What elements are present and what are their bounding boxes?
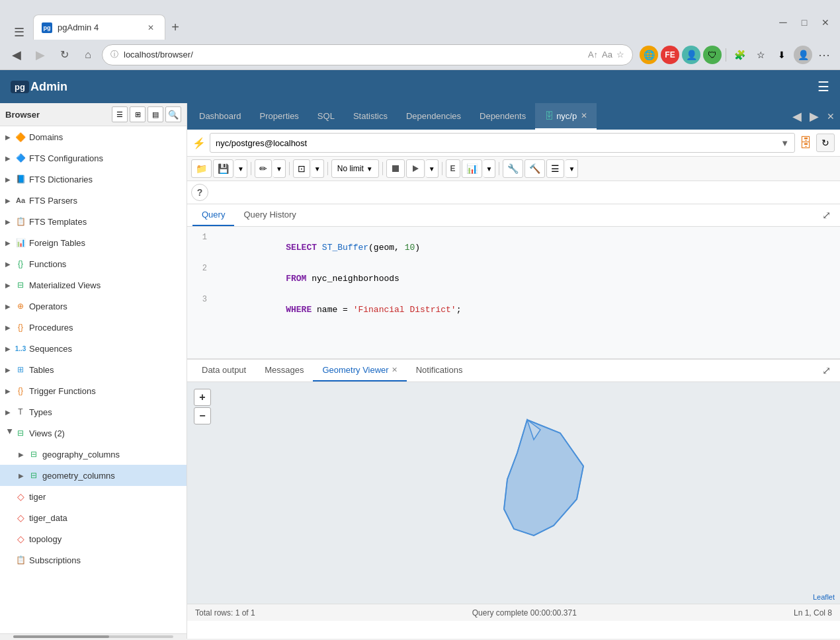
ext-icon-1[interactable]: 🌐 xyxy=(640,46,658,64)
leaflet-attribution[interactable]: Leaflet xyxy=(813,593,835,601)
result-area: Data output Messages Geometry Viewer ✕ N… xyxy=(187,359,840,604)
stop-btn[interactable] xyxy=(386,159,405,178)
tab-data-output[interactable]: Data output xyxy=(192,360,255,381)
favorites-btn[interactable]: ☆ xyxy=(751,46,770,64)
sidebar-item-topology[interactable]: ▶ ◇ topology xyxy=(0,528,187,549)
tab-notifications[interactable]: Notifications xyxy=(407,360,472,381)
ext-icon-5[interactable]: 🧩 xyxy=(730,46,749,64)
save-btn[interactable]: 💾 xyxy=(213,159,233,178)
forward-btn[interactable]: ▶ xyxy=(30,45,50,65)
back-btn[interactable]: ◀ xyxy=(7,45,26,65)
pgadmin-menu-btn[interactable]: ☰ xyxy=(818,79,829,95)
tab-sql[interactable]: SQL xyxy=(308,103,344,130)
tab-query-tool[interactable]: 🗄 nyc/p ✕ xyxy=(535,103,597,130)
sidebar-search-btn[interactable]: 🔍 xyxy=(165,106,181,122)
refresh-connection-btn[interactable]: ↻ xyxy=(816,134,835,152)
tab-more-btn[interactable]: ✕ xyxy=(824,111,837,122)
macros-btn[interactable]: 🔧 xyxy=(503,159,523,178)
browser-tab[interactable]: pg pgAdmin 4 ✕ xyxy=(33,15,165,40)
sidebar-item-fts-config[interactable]: ▶ 🔷 FTS Configurations xyxy=(0,147,187,169)
tab-statistics[interactable]: Statistics xyxy=(344,103,397,130)
tab-query-history[interactable]: Query History xyxy=(234,204,305,226)
sidebar-item-domains[interactable]: ▶ 🔶 Domains xyxy=(0,126,187,147)
format-dropdown-btn[interactable]: ▼ xyxy=(566,159,578,178)
sidebar-item-foreign-tables[interactable]: ▶ 📊 Foreign Tables xyxy=(0,232,187,253)
sidebar-item-types[interactable]: ▶ T Types xyxy=(0,401,187,422)
query-expand-btn[interactable]: ⤢ xyxy=(818,205,835,225)
result-expand-btn[interactable]: ⤢ xyxy=(818,360,835,381)
tab-properties[interactable]: Properties xyxy=(251,103,308,130)
ext-icon-4[interactable]: 🛡 xyxy=(703,46,722,64)
sidebar-item-fts-templates[interactable]: ▶ 📋 FTS Templates xyxy=(0,211,187,232)
sidebar-item-geometry-columns[interactable]: ▶ ⊟ geometry_columns xyxy=(0,465,187,486)
more-btn[interactable]: ⋯ xyxy=(815,46,833,64)
tab-dependencies[interactable]: Dependencies xyxy=(397,103,470,130)
explain-btn[interactable]: E xyxy=(446,159,460,178)
analyze-btn[interactable]: 📊 xyxy=(462,159,482,178)
connection-icon: ⚡ xyxy=(192,137,206,149)
sidebar-item-trigger-functions[interactable]: ▶ {} Trigger Functions xyxy=(0,380,187,401)
new-tab-btn[interactable]: + xyxy=(165,17,185,37)
procedures-label: Procedures xyxy=(29,323,73,333)
sidebar-item-tiger-data[interactable]: ▶ ◇ tiger_data xyxy=(0,507,187,528)
sidebar-list-view-btn[interactable]: ☰ xyxy=(112,106,128,122)
edit-dropdown-btn[interactable]: ▼ xyxy=(273,159,286,178)
sidebar-item-operators[interactable]: ▶ ⊕ Operators xyxy=(0,296,187,317)
sidebar-item-fts-dict[interactable]: ▶ 📘 FTS Dictionaries xyxy=(0,169,187,190)
help-btn[interactable]: ? xyxy=(191,184,208,201)
connection-select[interactable]: nyc/postgres@localhost ▼ xyxy=(210,133,795,153)
filter-btn[interactable]: ⊡ xyxy=(293,159,310,178)
close-window-btn[interactable]: ✕ xyxy=(816,13,835,32)
open-file-btn[interactable]: 📁 xyxy=(191,159,212,178)
profile-btn[interactable]: 👤 xyxy=(794,46,812,64)
sidebar-item-views[interactable]: ▶ ⊟ Views (2) xyxy=(0,422,187,444)
query-tool-close-btn[interactable]: ✕ xyxy=(581,111,587,120)
macros2-btn[interactable]: 🔨 xyxy=(525,159,545,178)
expand-arrow: ▶ xyxy=(5,345,15,352)
sidebar-item-tiger[interactable]: ▶ ◇ tiger xyxy=(0,486,187,507)
sidebar-item-fts-parsers[interactable]: ▶ Aa FTS Parsers xyxy=(0,190,187,211)
reload-btn[interactable]: ↻ xyxy=(54,45,74,65)
tab-messages[interactable]: Messages xyxy=(255,360,313,381)
tab-next-btn[interactable]: ▶ xyxy=(807,109,821,124)
tab-geometry-viewer[interactable]: Geometry Viewer ✕ xyxy=(313,360,406,381)
sidebar-item-functions[interactable]: ▶ {} Functions xyxy=(0,253,187,274)
ext-icon-3[interactable]: 👤 xyxy=(682,46,700,64)
edit-btn[interactable]: ✏ xyxy=(255,159,272,178)
sidebar-item-procedures[interactable]: ▶ {} Procedures xyxy=(0,317,187,338)
format-btn[interactable]: ☰ xyxy=(546,159,564,178)
tab-close-btn[interactable]: ✕ xyxy=(145,22,157,34)
tab-dashboard[interactable]: Dashboard xyxy=(190,103,251,130)
geometry-shape xyxy=(474,413,607,559)
maximize-btn[interactable]: □ xyxy=(795,13,814,32)
ext-icon-2[interactable]: FE xyxy=(661,46,679,64)
tab-dependents[interactable]: Dependents xyxy=(470,103,535,130)
tab-prev-btn[interactable]: ◀ xyxy=(790,109,804,124)
play-btn[interactable] xyxy=(406,159,425,178)
zoom-in-btn[interactable]: + xyxy=(194,389,211,406)
geometry-viewer-close[interactable]: ✕ xyxy=(392,366,398,374)
home-btn[interactable]: ⌂ xyxy=(78,45,98,65)
filter-dropdown-btn[interactable]: ▼ xyxy=(312,159,324,178)
code-editor[interactable]: 1 SELECT ST_Buffer(geom, 10) 2 FROM nyc_… xyxy=(187,227,840,359)
sidebar-item-matviews[interactable]: ▶ ⊟ Materialized Views xyxy=(0,274,187,296)
sidebar-grid-view-btn[interactable]: ⊞ xyxy=(130,106,146,122)
total-rows: Total rows: 1 of 1 xyxy=(195,608,255,618)
sidebar-item-sequences[interactable]: ▶ 1..3 Sequences xyxy=(0,338,187,359)
save-dropdown-btn[interactable]: ▼ xyxy=(235,159,247,178)
db-icon: 🗄 xyxy=(799,136,812,151)
sidebar-table-view-btn[interactable]: ▤ xyxy=(147,106,163,122)
sidebar-item-tables[interactable]: ▶ ⊞ Tables xyxy=(0,359,187,380)
minimize-btn[interactable]: ─ xyxy=(774,13,792,32)
analyze-dropdown-btn[interactable]: ▼ xyxy=(483,159,496,178)
sidebar-toggle-btn[interactable]: ☰ xyxy=(14,25,24,40)
zoom-out-btn[interactable]: − xyxy=(194,407,211,424)
play-dropdown-btn[interactable]: ▼ xyxy=(426,159,439,178)
tab-query[interactable]: Query xyxy=(192,204,234,226)
limit-selector[interactable]: No limit ▼ xyxy=(331,159,379,178)
address-bar[interactable]: ⓘ localhost/browser/ A↑ Aa ☆ xyxy=(102,44,633,65)
sidebar-item-subscriptions[interactable]: ▶ 📋 Subscriptions xyxy=(0,549,187,571)
sidebar-item-geography-columns[interactable]: ▶ ⊟ geography_columns xyxy=(0,444,187,465)
favorite-icon: ☆ xyxy=(616,50,624,60)
downloads-btn[interactable]: ⬇ xyxy=(773,46,791,64)
